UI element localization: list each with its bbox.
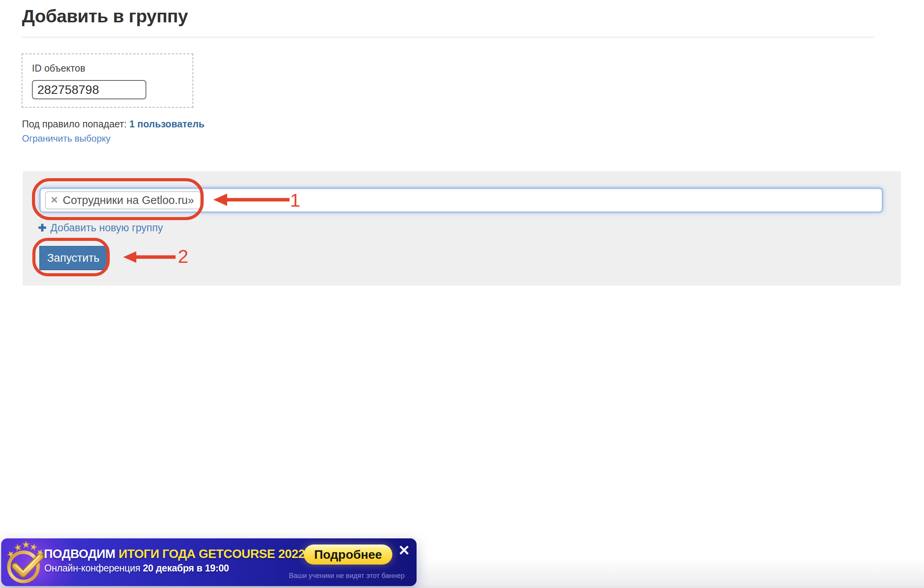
- star-icon: ★: [13, 542, 23, 553]
- add-new-group-label: Добавить новую группу: [50, 222, 163, 234]
- rule-summary: Под правило попадает: 1 пользователь: [22, 119, 204, 130]
- close-icon[interactable]: ✕: [398, 543, 410, 558]
- banner-subtitle: Онлайн-конференция 20 декабря в 19:00: [44, 563, 229, 574]
- group-select-input[interactable]: ✕ Сотрудники на Getloo.ru»: [40, 188, 883, 212]
- id-objects-input[interactable]: [32, 80, 146, 99]
- plus-icon: ✚: [38, 222, 47, 234]
- limit-selection-link[interactable]: Ограничить выборку: [22, 133, 110, 144]
- banner-title-yellow: ИТОГИ ГОДА GETCOURSE 2022: [119, 547, 305, 561]
- group-tag-chip: ✕ Сотрудники на Getloo.ru»: [45, 191, 201, 209]
- banner-subtitle-regular: Онлайн-конференция: [44, 563, 143, 573]
- banner-title: ПОДВОДИМ ИТОГИ ГОДА GETCOURSE 2022: [44, 547, 305, 561]
- title-divider: [22, 37, 874, 38]
- id-objects-label: ID объектов: [32, 63, 85, 74]
- group-panel: ✕ Сотрудники на Getloo.ru» ✚ Добавить но…: [23, 171, 901, 286]
- banner-subtitle-bold: 20 декабря в 19:00: [143, 563, 229, 573]
- rule-user-count-link[interactable]: 1 пользователь: [129, 119, 204, 129]
- run-button[interactable]: Запустить: [39, 246, 107, 270]
- banner-title-white: ПОДВОДИМ: [44, 547, 119, 561]
- star-icon: ★: [22, 540, 30, 550]
- banner-note: Ваши ученики не видят этот баннер: [288, 572, 405, 580]
- getcourse-check-logo-icon: ★ ★ ★ ★ ★: [4, 540, 44, 585]
- group-tag-label: Сотрудники на Getloo.ru»: [63, 194, 194, 207]
- page-title: Добавить в группу: [22, 5, 188, 27]
- remove-tag-icon[interactable]: ✕: [50, 195, 58, 205]
- rule-summary-prefix: Под правило попадает:: [22, 119, 129, 129]
- promo-banner: ★ ★ ★ ★ ★ ПОДВОДИМ ИТОГИ ГОДА GETCOURSE …: [1, 538, 417, 586]
- page: Добавить в группу ID объектов Под правил…: [0, 0, 924, 588]
- id-objects-box: ID объектов: [22, 53, 193, 108]
- add-new-group-link[interactable]: ✚ Добавить новую группу: [38, 222, 163, 234]
- banner-details-button[interactable]: Подробнее: [304, 545, 392, 565]
